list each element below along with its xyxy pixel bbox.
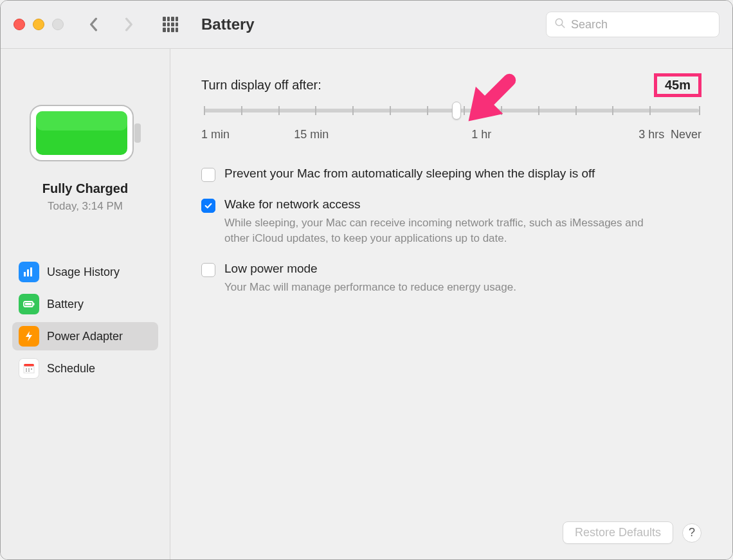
prevent-sleep-label: Prevent your Mac from automatically slee… bbox=[224, 167, 701, 181]
close-window-button[interactable] bbox=[14, 19, 25, 30]
body: Fully Charged Today, 3:14 PM Usage Histo… bbox=[1, 49, 732, 559]
low-power-checkbox[interactable] bbox=[201, 263, 215, 277]
slider-scale-labels: 1 min 15 min 1 hr 3 hrs Never bbox=[201, 128, 701, 143]
zoom-window-button bbox=[52, 19, 64, 30]
svg-rect-12 bbox=[24, 364, 34, 366]
svg-rect-7 bbox=[27, 269, 29, 276]
svg-rect-4 bbox=[36, 111, 127, 131]
slider-thumb[interactable] bbox=[452, 102, 461, 120]
sidebar-item-battery[interactable]: Battery bbox=[12, 290, 158, 318]
option-low-power: Low power mode Your Mac will manage perf… bbox=[201, 262, 701, 295]
slider-header: Turn display off after: 45m bbox=[201, 73, 701, 97]
prevent-sleep-checkbox[interactable] bbox=[201, 168, 215, 182]
display-off-label: Turn display off after: bbox=[201, 78, 321, 93]
sidebar-item-label: Power Adapter bbox=[47, 330, 123, 343]
main-content: Turn display off after: 45m bbox=[170, 49, 732, 559]
low-power-label: Low power mode bbox=[224, 262, 701, 276]
forward-button[interactable] bbox=[123, 18, 136, 31]
preferences-window: Battery Fully Charged Today, 3:14 PM bbox=[0, 0, 733, 560]
footer: Restore Defaults ? bbox=[201, 509, 701, 544]
bolt-icon bbox=[19, 326, 39, 347]
traffic-lights bbox=[14, 19, 64, 30]
bars-icon bbox=[19, 262, 39, 282]
svg-point-18 bbox=[28, 370, 30, 372]
option-prevent-sleep: Prevent your Mac from automatically slee… bbox=[201, 167, 701, 182]
sidebar-item-schedule[interactable]: Schedule bbox=[12, 354, 158, 383]
slider-label-15min: 15 min bbox=[294, 128, 329, 141]
battery-status-time: Today, 3:14 PM bbox=[48, 200, 123, 213]
svg-line-1 bbox=[561, 24, 565, 28]
show-all-icon[interactable] bbox=[163, 17, 178, 32]
battery-status-title: Fully Charged bbox=[42, 181, 128, 196]
low-power-desc: Your Mac will manage performance to redu… bbox=[224, 280, 662, 295]
svg-rect-6 bbox=[24, 272, 26, 276]
search-icon bbox=[554, 17, 566, 32]
display-off-slider[interactable] bbox=[201, 109, 701, 113]
sidebar-nav: Usage History Battery Power Adapter bbox=[12, 258, 158, 383]
svg-point-14 bbox=[26, 368, 27, 370]
svg-point-17 bbox=[26, 370, 27, 372]
display-off-value: 45m bbox=[654, 73, 701, 97]
restore-defaults-button[interactable]: Restore Defaults bbox=[563, 521, 673, 544]
battery-large-icon bbox=[28, 103, 143, 163]
back-button[interactable] bbox=[87, 18, 100, 31]
calendar-icon bbox=[19, 358, 39, 379]
sidebar-item-label: Battery bbox=[47, 298, 84, 311]
svg-rect-10 bbox=[25, 303, 32, 305]
sidebar: Fully Charged Today, 3:14 PM Usage Histo… bbox=[1, 49, 170, 559]
nav-arrows bbox=[87, 18, 136, 31]
slider-label-1min: 1 min bbox=[201, 128, 230, 141]
svg-rect-8 bbox=[30, 267, 32, 276]
sidebar-item-usage-history[interactable]: Usage History bbox=[12, 258, 158, 286]
minimize-window-button[interactable] bbox=[33, 19, 44, 30]
svg-point-15 bbox=[28, 368, 30, 370]
sidebar-item-label: Schedule bbox=[47, 362, 95, 375]
titlebar: Battery bbox=[1, 1, 732, 49]
search-input[interactable] bbox=[571, 18, 720, 32]
options-list: Prevent your Mac from automatically slee… bbox=[201, 167, 701, 294]
svg-point-16 bbox=[31, 368, 32, 370]
slider-label-3hrs: 3 hrs bbox=[638, 128, 664, 141]
wake-network-checkbox[interactable] bbox=[201, 199, 215, 213]
window-title: Battery bbox=[201, 15, 538, 33]
slider-label-1hr: 1 hr bbox=[471, 128, 491, 141]
help-button[interactable]: ? bbox=[682, 523, 701, 543]
svg-rect-5 bbox=[134, 123, 141, 143]
battery-icon bbox=[19, 294, 39, 314]
sidebar-item-power-adapter[interactable]: Power Adapter bbox=[12, 322, 158, 350]
search-field[interactable] bbox=[546, 12, 719, 37]
svg-rect-11 bbox=[33, 303, 35, 305]
slider-label-never: Never bbox=[671, 128, 701, 141]
option-wake-network: Wake for network access While sleeping, … bbox=[201, 197, 701, 246]
wake-network-label: Wake for network access bbox=[224, 197, 701, 212]
sidebar-item-label: Usage History bbox=[47, 266, 120, 279]
wake-network-desc: While sleeping, your Mac can receive inc… bbox=[224, 215, 662, 246]
